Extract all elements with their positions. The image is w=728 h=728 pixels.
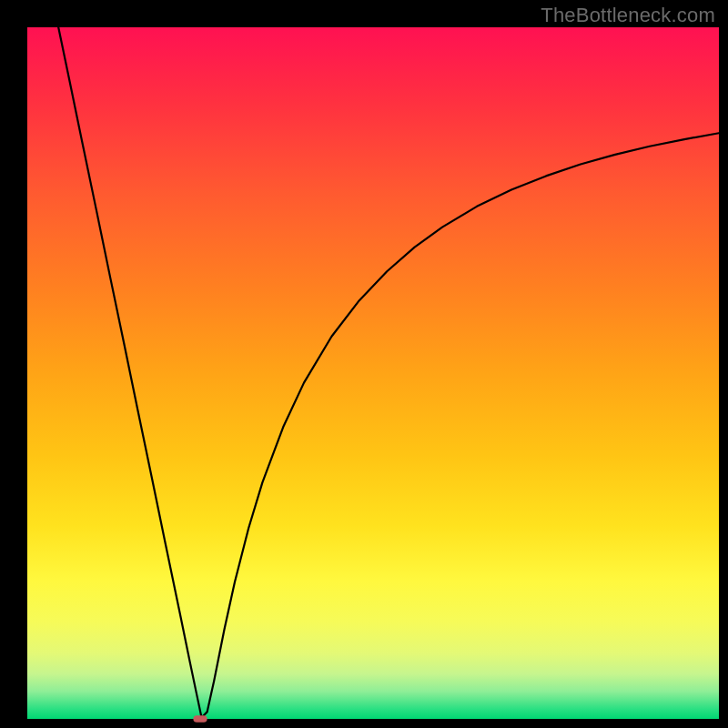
bottleneck-chart <box>0 0 728 728</box>
watermark-text: TheBottleneck.com <box>541 4 715 27</box>
chart-frame: TheBottleneck.com <box>0 0 728 728</box>
target-marker <box>193 715 207 723</box>
